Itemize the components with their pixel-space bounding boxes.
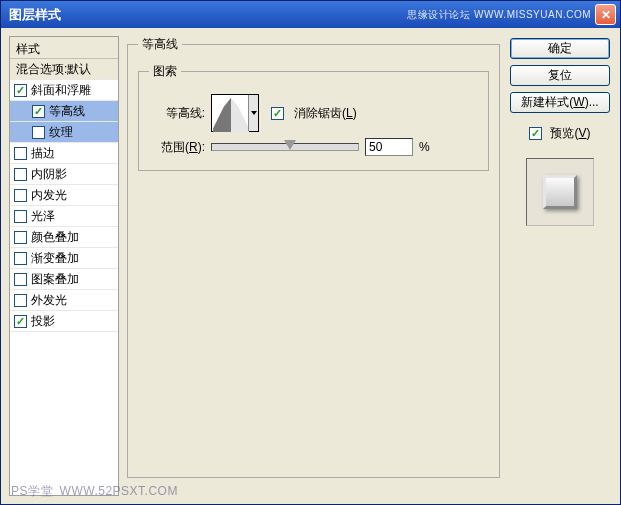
contour-row[interactable]: 等高线 <box>10 101 118 122</box>
antialias-checkbox[interactable] <box>271 107 284 120</box>
new-style-button[interactable]: 新建样式(W)... <box>510 92 610 113</box>
contour-picker-label: 等高线: <box>149 105 205 122</box>
contour-checkbox[interactable] <box>32 105 45 118</box>
stroke-row[interactable]: 描边 <box>10 143 118 164</box>
style-list-panel: 样式 混合选项:默认 斜面和浮雕 等高线 纹理 描边 内阴影 内发光 光泽 颜色… <box>9 36 119 496</box>
contour-preview-icon <box>213 96 249 132</box>
contour-dropdown-icon[interactable] <box>248 95 258 131</box>
gradient-overlay-checkbox[interactable] <box>14 252 27 265</box>
drop-shadow-row[interactable]: 投影 <box>10 311 118 332</box>
pattern-section: 图索 等高线: 消除锯齿(L) 范围(R): <box>138 63 489 171</box>
outer-glow-row[interactable]: 外发光 <box>10 290 118 311</box>
preview-inner-icon <box>543 175 577 209</box>
ok-button[interactable]: 确定 <box>510 38 610 59</box>
inner-glow-row[interactable]: 内发光 <box>10 185 118 206</box>
close-button[interactable]: ✕ <box>595 4 616 25</box>
inner-glow-checkbox[interactable] <box>14 189 27 202</box>
title-bar[interactable]: 图层样式 思缘设计论坛 WWW.MISSYUAN.COM ✕ <box>1 1 620 28</box>
pattern-overlay-row[interactable]: 图案叠加 <box>10 269 118 290</box>
color-overlay-row[interactable]: 颜色叠加 <box>10 227 118 248</box>
window-title: 图层样式 <box>9 6 61 24</box>
satin-checkbox[interactable] <box>14 210 27 223</box>
slider-thumb-icon[interactable] <box>284 140 296 150</box>
pattern-overlay-checkbox[interactable] <box>14 273 27 286</box>
stroke-checkbox[interactable] <box>14 147 27 160</box>
inner-shadow-checkbox[interactable] <box>14 168 27 181</box>
pattern-section-legend: 图索 <box>149 63 181 80</box>
preview-swatch <box>526 158 594 226</box>
texture-row[interactable]: 纹理 <box>10 122 118 143</box>
contour-picker[interactable] <box>211 94 259 132</box>
gradient-overlay-row[interactable]: 渐变叠加 <box>10 248 118 269</box>
footer-watermark: PS学堂 WWW.52PSXT.COM <box>11 483 178 500</box>
contour-section-legend: 等高线 <box>138 36 182 53</box>
satin-row[interactable]: 光泽 <box>10 206 118 227</box>
preview-checkbox[interactable] <box>529 127 542 140</box>
antialias-label: 消除锯齿(L) <box>294 105 357 122</box>
texture-checkbox[interactable] <box>32 126 45 139</box>
outer-glow-checkbox[interactable] <box>14 294 27 307</box>
percent-label: % <box>419 140 430 154</box>
inner-shadow-row[interactable]: 内阴影 <box>10 164 118 185</box>
blend-options-row[interactable]: 混合选项:默认 <box>10 59 118 80</box>
drop-shadow-checkbox[interactable] <box>14 315 27 328</box>
action-panel: 确定 复位 新建样式(W)... 预览(V) <box>508 36 612 496</box>
style-list-header: 样式 <box>10 37 118 59</box>
forum-name: 思缘设计论坛 <box>407 8 470 22</box>
preview-toggle-row: 预览(V) <box>529 125 590 142</box>
range-slider[interactable] <box>211 143 359 151</box>
range-input[interactable] <box>365 138 413 156</box>
bevel-emboss-row[interactable]: 斜面和浮雕 <box>10 80 118 101</box>
color-overlay-checkbox[interactable] <box>14 231 27 244</box>
forum-url: WWW.MISSYUAN.COM <box>474 9 591 20</box>
bevel-checkbox[interactable] <box>14 84 27 97</box>
reset-button[interactable]: 复位 <box>510 65 610 86</box>
preview-label: 预览(V) <box>550 125 590 142</box>
contour-section: 等高线 图索 等高线: 消除锯齿(L) 范围(R): <box>127 36 500 478</box>
range-label: 范围(R): <box>149 139 205 156</box>
settings-panel: 等高线 图索 等高线: 消除锯齿(L) 范围(R): <box>127 36 500 496</box>
layer-style-dialog: 图层样式 思缘设计论坛 WWW.MISSYUAN.COM ✕ 样式 混合选项:默… <box>0 0 621 505</box>
